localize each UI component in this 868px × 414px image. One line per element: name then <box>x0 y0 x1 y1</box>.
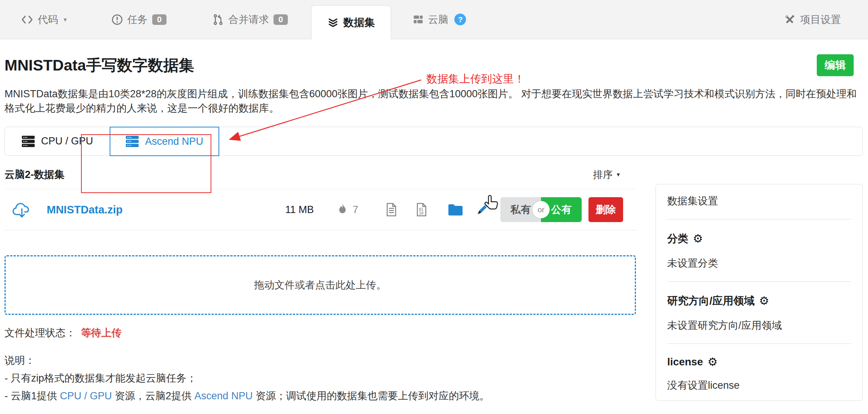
section-title: 云脑2-数据集 <box>5 168 64 181</box>
flame-icon <box>338 204 347 216</box>
table-row: MNISTData.zip 11 MB 7 0110 私有 <box>5 189 636 230</box>
code-icon <box>21 14 33 25</box>
file-name-link[interactable]: MNISTData.zip <box>47 204 122 216</box>
nav-cloudbrain[interactable]: 云脑 ? <box>413 13 466 26</box>
issues-count-badge: 0 <box>152 14 167 25</box>
edit-button[interactable]: 编辑 <box>817 54 854 76</box>
status-line: 文件处理状态：等待上传 <box>5 326 636 340</box>
status-badge: 等待上传 <box>81 327 122 339</box>
help-icon[interactable]: ? <box>454 14 466 25</box>
folder-icon[interactable] <box>448 203 463 216</box>
category-label: 分类 <box>667 232 688 246</box>
nav-issues[interactable]: 任务 0 <box>112 13 167 26</box>
notes-line-1: - 只有zip格式的数据集才能发起云脑任务； <box>5 371 636 385</box>
category-value: 未设置分类 <box>667 256 851 270</box>
list-header: 云脑2-数据集 排序 ▼ <box>5 168 636 181</box>
merge-request-icon <box>212 14 224 26</box>
dataset-stack-icon <box>327 17 339 28</box>
tab-cpu-gpu[interactable]: CPU / GPU <box>5 127 110 155</box>
category-heading: 分类 ⚙ <box>667 232 851 246</box>
nav-code[interactable]: 代码 ▼ <box>21 13 68 26</box>
dataset-settings-panel: 数据集设置 分类 ⚙ 未设置分类 研究方向/应用领域 ⚙ 未设置研究方向/应用领… <box>656 184 863 401</box>
notes-line-2: - 云脑1提供 CPU / GPU 资源，云脑2提供 Ascend NPU 资源… <box>5 389 636 403</box>
page-title: MNISTData手写数字数据集 <box>5 54 194 76</box>
license-value: 没有设置license <box>667 379 851 392</box>
environment-tabs: CPU / GPU Ascend NPU <box>5 127 863 156</box>
nav-cloudbrain-label: 云脑 <box>428 13 448 26</box>
or-badge: or <box>532 201 550 218</box>
ascend-npu-link[interactable]: Ascend NPU <box>194 390 253 402</box>
file-size: 11 MB <box>285 204 314 216</box>
hand-cursor-icon <box>484 195 500 213</box>
sort-label: 排序 <box>593 168 613 181</box>
notes: 说明： - 只有zip格式的数据集才能发起云脑任务； - 云脑1提供 CPU /… <box>5 353 636 403</box>
status-label: 文件处理状态： <box>5 327 76 339</box>
notes-line2-prefix: - 云脑1提供 <box>5 390 60 402</box>
upload-dropzone[interactable]: 拖动文件或者点击此处上传。 <box>5 255 636 315</box>
divider <box>667 281 851 282</box>
tab-cpu-gpu-label: CPU / GPU <box>41 135 93 147</box>
sort-caret-icon: ▼ <box>616 172 621 178</box>
dataset-list-area: 云脑2-数据集 排序 ▼ MNISTData.zip 11 MB 7 0110 <box>5 168 636 403</box>
divider <box>667 343 851 344</box>
sort-dropdown[interactable]: 排序 ▼ <box>593 168 621 181</box>
file-text-icon[interactable] <box>386 203 397 216</box>
nav-code-label: 代码 <box>38 13 58 26</box>
server-icon <box>21 135 35 147</box>
top-navigation: 代码 ▼ 任务 0 合并请求 0 数据集 云脑 ? 项目设置 <box>0 0 868 39</box>
nav-project-settings[interactable]: 项目设置 <box>784 13 841 26</box>
research-value: 未设置研究方向/应用领域 <box>667 319 851 332</box>
gear-icon[interactable]: ⚙ <box>708 356 718 368</box>
divider <box>667 219 851 219</box>
download-count: 7 <box>353 204 358 216</box>
notes-title: 说明： <box>5 353 636 368</box>
research-label: 研究方向/应用领域 <box>667 294 755 308</box>
svg-text:10: 10 <box>419 211 423 215</box>
notes-line2-middle: 资源，云脑2提供 <box>112 390 194 402</box>
dropzone-text: 拖动文件或者点击此处上传。 <box>254 278 387 292</box>
cloud-download-icon[interactable] <box>12 201 32 218</box>
gear-icon[interactable]: ⚙ <box>759 295 769 307</box>
dataset-description: MNISTData数据集是由10类28*28的灰度图片组成，训练数据集包含600… <box>5 87 863 115</box>
notes-line2-suffix: 资源；调试使用的数据集也需要上传到对应的环境。 <box>253 390 490 402</box>
file-binary-icon[interactable]: 0110 <box>416 203 427 216</box>
chevron-down-icon: ▼ <box>63 17 68 23</box>
sidebar-title: 数据集设置 <box>667 194 851 208</box>
cloudbrain-icon <box>413 14 423 25</box>
license-heading: license ⚙ <box>667 356 851 368</box>
delete-button[interactable]: 删除 <box>588 197 623 222</box>
license-label: license <box>667 356 703 368</box>
nav-merge-requests[interactable]: 合并请求 0 <box>212 13 288 26</box>
nav-merge-requests-label: 合并请求 <box>228 13 269 26</box>
tab-ascend-npu-label: Ascend NPU <box>145 136 203 147</box>
merge-requests-count-badge: 0 <box>274 14 288 25</box>
research-heading: 研究方向/应用领域 ⚙ <box>667 294 851 308</box>
nav-tab-datasets[interactable]: 数据集 <box>311 5 391 39</box>
cpu-gpu-link[interactable]: CPU / GPU <box>60 390 112 402</box>
server-icon-blue <box>125 135 139 147</box>
nav-issues-label: 任务 <box>127 13 148 26</box>
nav-project-settings-label: 项目设置 <box>800 13 841 26</box>
gear-icon[interactable]: ⚙ <box>693 233 703 244</box>
tab-ascend-npu[interactable]: Ascend NPU <box>110 127 219 156</box>
title-row: MNISTData手写数字数据集 编辑 <box>5 54 863 76</box>
nav-datasets-label: 数据集 <box>343 15 375 30</box>
issue-icon <box>112 14 123 25</box>
tools-icon <box>784 14 796 26</box>
